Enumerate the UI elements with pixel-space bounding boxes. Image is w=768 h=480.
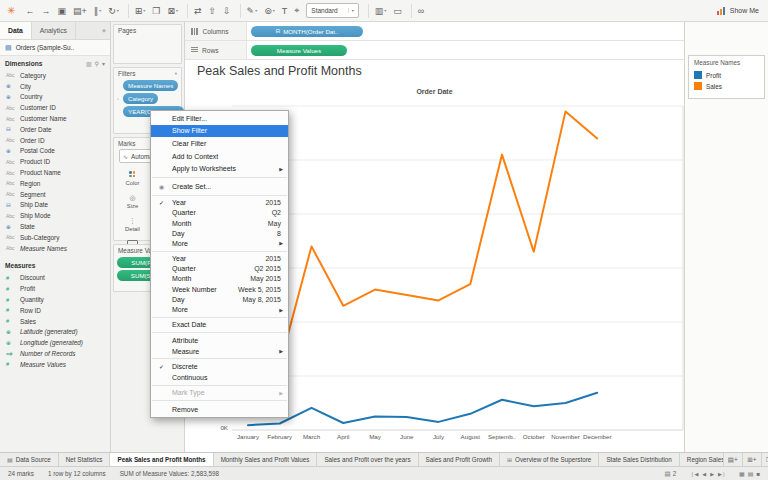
sort-descending-icon[interactable]: ⇩: [223, 6, 231, 16]
field-customer-name[interactable]: AbcCustomer Name: [0, 113, 110, 124]
menu-item-discrete[interactable]: ✓Discrete: [151, 361, 288, 372]
chevron-down-icon[interactable]: ▾: [175, 71, 177, 76]
tab-data[interactable]: Data: [0, 22, 32, 39]
view-data-grid-icon[interactable]: ▥: [86, 61, 92, 67]
x-tick-december[interactable]: December: [575, 433, 619, 440]
sheet-sorter-button[interactable]: ▦: [739, 470, 745, 477]
menu-item-more[interactable]: More▶: [151, 238, 288, 248]
undo-icon[interactable]: ←: [25, 6, 34, 16]
field-product-name[interactable]: AbcProduct Name: [0, 167, 110, 178]
menu-item-month[interactable]: MonthMay: [151, 218, 288, 228]
field-segment[interactable]: AbcSegment: [0, 189, 110, 200]
sort-menu-icon[interactable]: ▾: [102, 61, 105, 67]
group-members-icon[interactable]: ⊚▾: [264, 6, 275, 16]
menu-item-remove[interactable]: Remove: [151, 403, 288, 416]
pages-card[interactable]: Pages: [113, 24, 182, 64]
last-sheet-button[interactable]: ▶❘: [718, 471, 726, 477]
sheet-tab-region-sales[interactable]: Region Sales: [680, 453, 724, 466]
sheet-tab-data-source[interactable]: ▤Data Source: [0, 453, 59, 466]
menu-item-attribute[interactable]: Attribute: [151, 335, 288, 346]
sort-ascending-icon[interactable]: ⇧: [209, 6, 217, 16]
field-ship-date[interactable]: ⊟Ship Date: [0, 200, 110, 211]
field-longitude-generated[interactable]: ⊕Longitude (generated): [0, 337, 110, 348]
pause-auto-updates-icon[interactable]: ∥▾: [94, 6, 102, 16]
field-profit[interactable]: #Profit: [0, 283, 110, 294]
sheet-tab-overview-of-the-superstore[interactable]: ⊞Overview of the Superstore: [500, 453, 599, 466]
new-dashboard-button[interactable]: ⊞+: [743, 453, 762, 466]
sheet-tab-state-sales-distribution[interactable]: State Sales Distribution: [599, 453, 679, 466]
menu-item-mark-type[interactable]: Mark Type▶: [151, 388, 288, 399]
menu-item-edit-filter[interactable]: Edit Filter...: [151, 112, 288, 125]
field-measure-values[interactable]: #Measure Values: [0, 359, 110, 370]
marks-button-detail[interactable]: ⋮Detail: [116, 212, 149, 235]
menu-item-year[interactable]: Year2015: [151, 254, 288, 264]
datasource-item[interactable]: ▤ Orders (Sample-Su..: [0, 40, 110, 56]
menu-item-create-set[interactable]: ◉Create Set...: [151, 180, 288, 193]
menu-item-clear-filter[interactable]: Clear Filter: [151, 137, 288, 150]
pin-icon[interactable]: ⌖: [98, 22, 110, 39]
field-number-of-records[interactable]: =#Number of Records: [0, 348, 110, 359]
fix-axes-icon[interactable]: ⌖: [294, 5, 299, 16]
new-worksheet-button[interactable]: ▤+: [724, 453, 743, 466]
field-order-date[interactable]: ⊟Order Date: [0, 124, 110, 135]
first-sheet-button[interactable]: ❘◀: [690, 471, 698, 477]
marks-button-color[interactable]: Color: [116, 166, 149, 189]
menu-item-add-to-context[interactable]: Add to Context: [151, 150, 288, 163]
show-me-button[interactable]: Show Me: [717, 7, 759, 15]
series-line-profit[interactable]: [248, 393, 597, 425]
presentation-mode-icon[interactable]: ▭: [393, 6, 402, 16]
sheet-tab-sales-and-profit-over-the-years[interactable]: Sales and Profit over the years: [317, 453, 418, 466]
field-order-id[interactable]: AbcOrder ID: [0, 135, 110, 146]
color-legend-card[interactable]: Measure Names ProfitSales: [688, 55, 765, 99]
field-region[interactable]: AbcRegion: [0, 178, 110, 189]
field-country[interactable]: ⊕Country: [0, 92, 110, 103]
legend-item-profit[interactable]: Profit: [694, 71, 759, 79]
menu-item-month[interactable]: MonthMay 2015: [151, 274, 288, 284]
sheet-tab-net-statistics[interactable]: Net Statistics: [59, 453, 111, 466]
prev-sheet-button[interactable]: ◀: [702, 471, 706, 477]
menu-item-continuous[interactable]: Continuous: [151, 372, 288, 383]
new-worksheet-icon[interactable]: ⊞▾: [135, 6, 146, 16]
filter-pill-category[interactable]: Category: [123, 93, 158, 104]
search-icon[interactable]: ⚲: [95, 61, 99, 67]
swap-rows-columns-icon[interactable]: ⇄: [194, 6, 202, 16]
field-quantity[interactable]: #Quantity: [0, 294, 110, 305]
fit-icon[interactable]: ▥▾: [375, 6, 387, 16]
field-sales[interactable]: #Sales: [0, 316, 110, 327]
tab-analytics[interactable]: Analytics: [32, 22, 76, 39]
menu-item-more[interactable]: More▶: [151, 304, 288, 314]
menu-item-quarter[interactable]: QuarterQ2: [151, 208, 288, 218]
field-category[interactable]: AbcCategory: [0, 70, 110, 81]
share-icon[interactable]: ∞: [418, 6, 424, 16]
tabs-view-button[interactable]: ■: [756, 471, 760, 477]
show-mark-labels-icon[interactable]: T: [282, 6, 288, 16]
highlight-icon[interactable]: ✎▾: [247, 6, 258, 16]
sheet-tab-sales-and-profit-growth[interactable]: Sales and Profit Growth: [419, 453, 501, 466]
field-latitude-generated[interactable]: ⊕Latitude (generated): [0, 327, 110, 338]
field-customer-id[interactable]: AbcCustomer ID: [0, 102, 110, 113]
menu-item-day[interactable]: Day8: [151, 228, 288, 238]
menu-item-show-filter[interactable]: Show Filter: [151, 125, 288, 138]
filter-pill-measure-names[interactable]: Measure Names: [123, 80, 178, 91]
legend-item-sales[interactable]: Sales: [694, 82, 759, 90]
new-story-button[interactable]: ❒+: [762, 453, 768, 466]
menu-item-measure[interactable]: Measure▶: [151, 346, 288, 357]
clear-sheet-icon[interactable]: ⊠▾: [167, 6, 178, 16]
field-discount[interactable]: #Discount: [0, 273, 110, 284]
save-icon[interactable]: ▣: [57, 6, 66, 16]
menu-item-quarter[interactable]: QuarterQ2 2015: [151, 264, 288, 274]
menu-item-year[interactable]: ✓Year2015: [151, 198, 288, 208]
field-state[interactable]: ⊕State: [0, 221, 110, 232]
field-measure-names[interactable]: AbcMeasure Names: [0, 243, 110, 254]
next-sheet-button[interactable]: ▶: [710, 471, 714, 477]
run-auto-updates-icon[interactable]: ↻▾: [108, 6, 119, 16]
series-line-sales[interactable]: [248, 111, 597, 365]
menu-item-week-number[interactable]: Week NumberWeek 5, 2015: [151, 284, 288, 294]
field-row-id[interactable]: #Row ID: [0, 305, 110, 316]
field-ship-mode[interactable]: AbcShip Mode: [0, 210, 110, 221]
field-postal-code[interactable]: ⊕Postal Code: [0, 146, 110, 157]
new-data-source-icon[interactable]: ▤+: [73, 6, 87, 16]
field-city[interactable]: ⊕City: [0, 81, 110, 92]
duplicate-sheet-icon[interactable]: ❐: [152, 6, 160, 16]
menu-item-day[interactable]: DayMay 8, 2015: [151, 294, 288, 304]
